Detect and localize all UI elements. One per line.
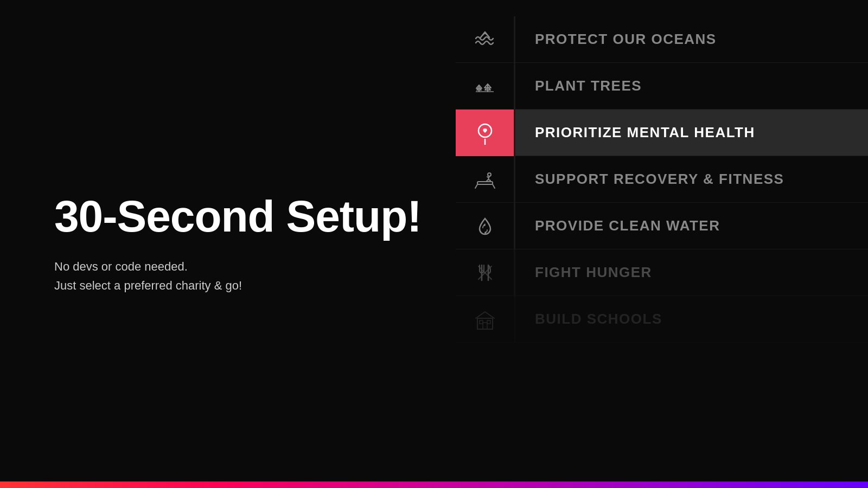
- svg-rect-2: [477, 182, 493, 184]
- charity-icon-recovery-fitness: [456, 156, 515, 203]
- charity-item-clean-water[interactable]: PROVIDE CLEAN WATER: [456, 203, 868, 249]
- main-title: 30-Second Setup!: [54, 193, 422, 240]
- charity-icon-mental-health: [456, 110, 515, 156]
- charity-item-build-schools[interactable]: BUILD SCHOOLS: [456, 296, 868, 343]
- charity-label-box-build-schools: BUILD SCHOOLS: [515, 296, 868, 343]
- charity-label-fight-hunger: FIGHT HUNGER: [535, 264, 652, 281]
- svg-line-3: [475, 184, 477, 188]
- charity-label-box-plant-trees: PLANT TREES: [515, 63, 868, 110]
- charity-label-box-fight-hunger: FIGHT HUNGER: [515, 249, 868, 296]
- charity-label-box-recovery-fitness: SUPPORT RECOVERY & FITNESS: [515, 156, 868, 203]
- charity-label-clean-water: PROVIDE CLEAN WATER: [535, 217, 720, 234]
- charity-item-protect-oceans[interactable]: PROTECT OUR OCEANS: [456, 16, 868, 63]
- svg-rect-12: [480, 320, 483, 324]
- charity-label-box-protect-oceans: PROTECT OUR OCEANS: [515, 16, 868, 63]
- subtitle: No devs or code needed. Just select a pr…: [54, 257, 422, 295]
- charity-label-mental-health: PRIORITIZE MENTAL HEALTH: [535, 124, 755, 141]
- charity-icon-protect-oceans: [456, 16, 515, 63]
- charity-label-build-schools: BUILD SCHOOLS: [535, 311, 662, 328]
- charity-icon-fight-hunger: [456, 249, 515, 296]
- charity-icon-build-schools: [456, 296, 515, 343]
- charity-item-plant-trees[interactable]: PLANT TREES: [456, 63, 868, 110]
- charity-item-mental-health[interactable]: PRIORITIZE MENTAL HEALTH: [456, 110, 868, 156]
- charity-icon-clean-water: [456, 203, 515, 249]
- charity-list: PROTECT OUR OCEANS PLANT TREES: [456, 0, 868, 488]
- bottom-gradient-bar: [0, 481, 868, 488]
- svg-line-4: [493, 184, 495, 188]
- left-content: 30-Second Setup! No devs or code needed.…: [54, 193, 422, 295]
- charity-label-recovery-fitness: SUPPORT RECOVERY & FITNESS: [535, 171, 784, 188]
- svg-rect-13: [487, 320, 490, 324]
- subtitle-line2: Just select a preferred charity & go!: [54, 279, 242, 292]
- charity-label-protect-oceans: PROTECT OUR OCEANS: [535, 31, 717, 48]
- charity-label-box-clean-water: PROVIDE CLEAN WATER: [515, 203, 868, 249]
- charity-item-recovery-fitness[interactable]: SUPPORT RECOVERY & FITNESS: [456, 156, 868, 203]
- charity-label-box-mental-health: PRIORITIZE MENTAL HEALTH: [515, 110, 868, 156]
- charity-icon-plant-trees: [456, 63, 515, 110]
- svg-rect-11: [483, 323, 487, 329]
- subtitle-line1: No devs or code needed.: [54, 260, 188, 273]
- charity-label-plant-trees: PLANT TREES: [535, 78, 642, 94]
- charity-item-fight-hunger[interactable]: FIGHT HUNGER: [456, 249, 868, 296]
